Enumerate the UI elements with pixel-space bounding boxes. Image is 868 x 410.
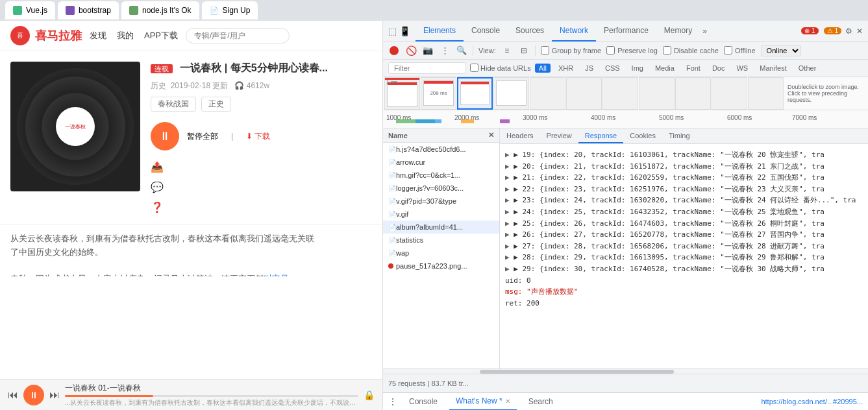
response-line-5[interactable]: ▶ 24: {index: 25, trackId: 16432352, tra… bbox=[505, 206, 863, 218]
player-next-icon[interactable]: ⏭ bbox=[49, 389, 60, 401]
tab-bootstrap[interactable]: bootstrap bbox=[58, 1, 119, 19]
filter-ws[interactable]: WS bbox=[732, 64, 752, 73]
response-line-1[interactable]: ▶ 20: {index: 21, trackId: 16151872, tra… bbox=[505, 161, 863, 173]
response-line-0[interactable]: ▶ 19: {index: 20, trackId: 16103061, tra… bbox=[505, 149, 863, 161]
close-whatsnew-icon[interactable]: ✕ bbox=[505, 398, 510, 405]
nav-discover[interactable]: 发现 bbox=[90, 30, 106, 42]
disable-cache-checkbox[interactable]: Disable cache bbox=[663, 46, 719, 54]
filter-img[interactable]: Img bbox=[628, 64, 647, 73]
thumb-4[interactable] bbox=[530, 77, 565, 110]
response-line-6[interactable]: ▶ 25: {index: 26, trackId: 16474603, tra… bbox=[505, 218, 863, 230]
devtools-more-icon[interactable]: » bbox=[702, 27, 707, 36]
response-line-7[interactable]: ▶ 26: {index: 27, trackId: 16520778, tra… bbox=[505, 229, 863, 241]
console-tab-search[interactable]: Search bbox=[522, 392, 560, 410]
tab-response[interactable]: Response bbox=[578, 129, 624, 143]
tab-elements[interactable]: Elements bbox=[415, 21, 464, 42]
comment-icon[interactable]: 💬 bbox=[151, 181, 372, 193]
network-item-3[interactable]: 📄 logger.js?v=60603c... bbox=[383, 182, 499, 195]
horizontal-scrollbar[interactable] bbox=[383, 368, 868, 374]
thumb-2[interactable] bbox=[457, 77, 493, 110]
response-line-10[interactable]: ▶ 29: {index: 30, trackId: 16740528, tra… bbox=[505, 263, 863, 275]
filter-button[interactable]: ⋮ bbox=[439, 45, 451, 56]
devtools-settings-icon[interactable]: ⚙ bbox=[845, 27, 852, 36]
network-item-pause[interactable]: pause_517a223.png... bbox=[383, 259, 499, 272]
clear-network-button[interactable]: 🚫 bbox=[405, 45, 417, 56]
devtools-device-icon[interactable]: 📱 bbox=[399, 26, 410, 36]
record-network-button[interactable] bbox=[388, 45, 400, 56]
tab-cookies[interactable]: Cookies bbox=[623, 129, 662, 143]
console-tab-whatsnew[interactable]: What's New * ✕ bbox=[449, 392, 517, 410]
filter-css[interactable]: CSS bbox=[601, 64, 624, 73]
screenshot-button[interactable]: 📷 bbox=[422, 45, 434, 56]
filter-font[interactable]: Font bbox=[682, 64, 704, 73]
close-name-col[interactable]: ✕ bbox=[488, 131, 494, 139]
throttle-select[interactable]: Online bbox=[761, 45, 801, 56]
filter-js[interactable]: JS bbox=[581, 64, 597, 73]
group-by-frame-checkbox[interactable]: Group by frame bbox=[541, 46, 601, 54]
filter-manifest[interactable]: Manifest bbox=[756, 64, 791, 73]
tab-performance[interactable]: Performance bbox=[596, 21, 656, 42]
tab-memory[interactable]: Memory bbox=[656, 21, 700, 42]
devtools-inspect-icon[interactable]: ⬚ bbox=[388, 26, 397, 36]
filter-xhr[interactable]: XHR bbox=[554, 64, 577, 73]
preserve-log-checkbox[interactable]: Preserve log bbox=[606, 46, 658, 54]
player-progress-bar[interactable] bbox=[65, 395, 358, 397]
tab-console[interactable]: Console bbox=[464, 21, 508, 42]
help-icon[interactable]: ❓ bbox=[151, 201, 372, 213]
tab-timing[interactable]: Timing bbox=[662, 129, 697, 143]
network-item-1[interactable]: 📄 arrow.cur bbox=[383, 156, 499, 169]
tab-headers[interactable]: Headers bbox=[500, 129, 540, 143]
response-line-3[interactable]: ▶ 22: {index: 23, trackId: 16251976, tra… bbox=[505, 184, 863, 195]
thumb-8[interactable] bbox=[675, 77, 711, 110]
tab-sources[interactable]: Sources bbox=[508, 21, 552, 42]
thumb-5[interactable] bbox=[566, 77, 602, 110]
player-prev-icon[interactable]: ⏮ bbox=[8, 389, 18, 401]
scrollbar-thumb[interactable] bbox=[480, 370, 674, 374]
devtools-url[interactable]: https://blog.csdn.net/...#20995... bbox=[761, 398, 863, 405]
hide-data-urls-checkbox[interactable]: Hide data URLs bbox=[470, 64, 531, 72]
view-detail-icon[interactable]: ⊟ bbox=[518, 45, 530, 56]
thumb-0[interactable]: 1 ms bbox=[384, 77, 420, 110]
view-list-icon[interactable]: ≡ bbox=[501, 45, 513, 56]
tab-node[interactable]: node.js It's Ok bbox=[121, 1, 199, 19]
filter-all[interactable]: All bbox=[535, 64, 551, 73]
tab-sign[interactable]: 📄 Sign Up bbox=[202, 1, 258, 19]
tab-network[interactable]: Network bbox=[552, 21, 596, 42]
console-tab-console[interactable]: Console bbox=[403, 392, 444, 410]
devtools-close-icon[interactable]: ✕ bbox=[856, 27, 863, 36]
thumb-9[interactable] bbox=[712, 77, 747, 110]
player-play-button[interactable]: ⏸ bbox=[23, 385, 44, 405]
nav-mine[interactable]: 我的 bbox=[117, 30, 134, 42]
network-item-0[interactable]: 📄 h.js?4a7d8ec50cfd6... bbox=[383, 143, 499, 156]
console-options-icon[interactable]: ⋮ bbox=[388, 396, 397, 407]
network-item-wap[interactable]: 📄 wap bbox=[383, 247, 499, 259]
network-item-2[interactable]: 📄 hm.gif?cc=0&ck=1... bbox=[383, 169, 499, 182]
search-input[interactable] bbox=[186, 28, 290, 43]
response-line-8[interactable]: ▶ 27: {index: 28, trackId: 16568206, tra… bbox=[505, 241, 863, 252]
play-pause-button[interactable]: ⏸ bbox=[151, 122, 179, 151]
tag-chunqiuzhangguo[interactable]: 春秋战国 bbox=[151, 97, 196, 112]
thumb-10[interactable] bbox=[748, 77, 784, 110]
filter-other[interactable]: Other bbox=[795, 64, 821, 73]
tag-zhengshi[interactable]: 正史 bbox=[201, 97, 231, 112]
thumb-6[interactable] bbox=[602, 77, 638, 110]
filter-input[interactable] bbox=[388, 62, 466, 74]
offline-checkbox[interactable]: Offline bbox=[724, 46, 756, 54]
thumb-3[interactable] bbox=[493, 77, 529, 110]
tab-vue[interactable]: Vue.js bbox=[5, 1, 55, 19]
thumb-7[interactable] bbox=[639, 77, 675, 110]
network-item-6[interactable]: 📄 album?albumId=41... bbox=[383, 221, 499, 234]
response-line-4[interactable]: ▶ 23: {index: 24, trackId: 16302020, tra… bbox=[505, 195, 863, 206]
tab-preview[interactable]: Preview bbox=[540, 129, 578, 143]
response-line-9[interactable]: ▶ 28: {index: 29, trackId: 16613095, tra… bbox=[505, 252, 863, 263]
network-item-statistics[interactable]: 📄 statistics bbox=[383, 234, 499, 247]
share-icon[interactable]: 📤 bbox=[151, 161, 372, 173]
network-item-4[interactable]: 📄 v.gif?pid=307&type bbox=[383, 195, 499, 208]
search-button[interactable]: 🔍 bbox=[456, 45, 467, 56]
download-button[interactable]: ⬇ 下载 bbox=[246, 131, 270, 142]
network-item-5[interactable]: 📄 v.gif bbox=[383, 208, 499, 221]
nav-app[interactable]: APP下载 bbox=[144, 30, 178, 42]
thumb-1[interactable]: 208 ms bbox=[421, 77, 456, 110]
filter-doc[interactable]: Doc bbox=[708, 64, 729, 73]
response-line-2[interactable]: ▶ 21: {index: 22, trackId: 16202559, tra… bbox=[505, 172, 863, 184]
